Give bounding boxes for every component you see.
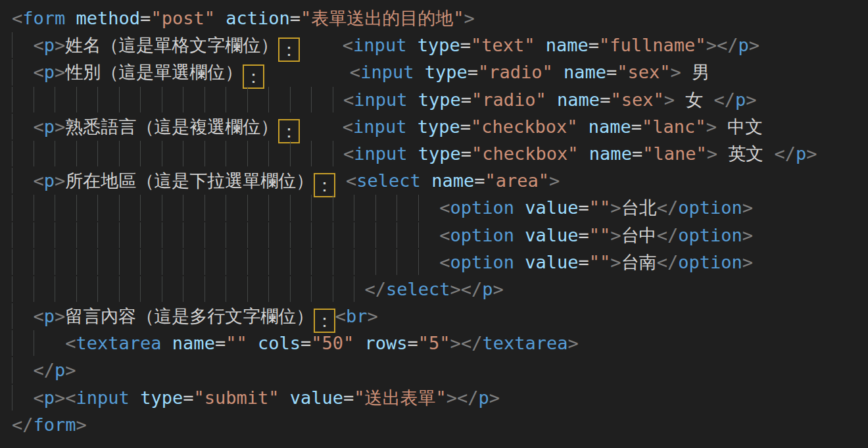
bracket-token: </ bbox=[657, 197, 679, 218]
code-line[interactable]: <option value="">台南</option> bbox=[12, 249, 868, 276]
indent-guide bbox=[119, 141, 120, 166]
code-line[interactable]: <input type="checkbox" name="lane"> 英文 <… bbox=[12, 140, 868, 167]
equals-token: = bbox=[600, 89, 610, 110]
text-token bbox=[514, 197, 525, 218]
code-line[interactable]: </select></p> bbox=[12, 276, 868, 303]
bracket-token: < bbox=[343, 116, 353, 137]
indent-guide bbox=[162, 141, 162, 166]
indent-guide bbox=[97, 195, 98, 220]
text-token bbox=[553, 62, 564, 82]
code-line[interactable]: </form> bbox=[12, 411, 868, 438]
bracket-token: > bbox=[446, 387, 457, 408]
bracket-token: > bbox=[749, 35, 760, 55]
tag-token: p bbox=[738, 35, 748, 55]
bracket-token: > bbox=[707, 143, 717, 164]
indent-guide bbox=[119, 195, 120, 220]
text-token bbox=[162, 333, 172, 353]
indent-guide bbox=[311, 141, 312, 166]
indent-guide bbox=[183, 249, 183, 275]
bracket-token: > bbox=[610, 197, 621, 218]
code-line[interactable]: <option value="">台中</option> bbox=[12, 222, 868, 249]
attribute-token: value bbox=[290, 387, 343, 408]
tag-token: option bbox=[678, 225, 742, 245]
code-line[interactable]: </p> bbox=[12, 357, 868, 384]
attribute-token: name bbox=[172, 333, 215, 353]
indent-guide bbox=[354, 222, 354, 248]
code-line[interactable]: <p>所在地區（這是下拉選單欄位）： <select name="area"> bbox=[12, 167, 868, 194]
indent-guide bbox=[140, 141, 141, 166]
indent-guide bbox=[76, 195, 77, 220]
indent-guide bbox=[247, 87, 248, 112]
indent-guide bbox=[140, 87, 141, 112]
leading-whitespace bbox=[12, 333, 65, 353]
text-token: 姓名（這是單格文字欄位） bbox=[65, 35, 278, 55]
text-token bbox=[514, 225, 525, 245]
indent-guide bbox=[97, 276, 98, 302]
code-line[interactable]: <p>性別（這是單選欄位）： <input type="radio" name=… bbox=[12, 59, 868, 86]
equals-token: = bbox=[579, 225, 589, 245]
code-line[interactable]: <form method="post" action="表單送出的目的地"> bbox=[12, 5, 868, 32]
equals-token: = bbox=[301, 333, 311, 353]
text-token: 留言內容（這是多行文字欄位） bbox=[65, 306, 314, 326]
indent-guide bbox=[119, 249, 120, 275]
bracket-token: > bbox=[450, 279, 461, 299]
indent-guide bbox=[205, 276, 205, 302]
equals-token: = bbox=[183, 387, 193, 408]
code-line[interactable]: <textarea name="" cols="50" rows="5"></t… bbox=[12, 330, 868, 357]
bracket-token: > bbox=[55, 170, 65, 191]
indent-guide bbox=[268, 87, 269, 112]
indent-guide bbox=[12, 276, 12, 302]
indent-guide bbox=[226, 249, 226, 275]
tag-token: p bbox=[735, 89, 746, 110]
bracket-token: > bbox=[55, 35, 65, 55]
indent-guide bbox=[162, 276, 162, 302]
bracket-token: < bbox=[343, 89, 354, 110]
code-line[interactable]: <option value="">台北</option> bbox=[12, 194, 868, 221]
code-line[interactable]: <p>姓名（這是單格文字欄位）： <input type="text" name… bbox=[12, 32, 868, 59]
indent-guide bbox=[183, 276, 183, 302]
text-token bbox=[215, 8, 226, 28]
indent-guide bbox=[34, 141, 34, 166]
indent-guide bbox=[76, 249, 77, 275]
text-token: 中文 bbox=[717, 116, 763, 137]
bracket-token: < bbox=[65, 387, 76, 408]
indent-guide bbox=[12, 59, 12, 85]
indent-guide bbox=[397, 195, 397, 220]
indent-guide bbox=[247, 276, 248, 302]
indent-guide bbox=[12, 330, 12, 356]
indent-guide bbox=[418, 249, 419, 275]
text-token: 性別（這是單選欄位） bbox=[65, 62, 243, 82]
bracket-token: > bbox=[55, 306, 65, 326]
text-token bbox=[546, 89, 557, 110]
indent-guide bbox=[140, 195, 141, 220]
tag-token: input bbox=[354, 89, 407, 110]
bracket-token: < bbox=[439, 225, 450, 245]
tag-token: textarea bbox=[76, 333, 162, 353]
indent-guide bbox=[76, 276, 77, 302]
indent-guide bbox=[311, 222, 312, 248]
text-token bbox=[130, 387, 140, 408]
equals-token: = bbox=[468, 62, 478, 82]
bracket-token: < bbox=[346, 170, 356, 191]
code-line[interactable]: <input type="radio" name="sex"> 女 </p> bbox=[12, 86, 868, 113]
bracket-token: > bbox=[742, 225, 753, 245]
bracket-token: > bbox=[567, 333, 578, 353]
string-token: "5" bbox=[418, 333, 450, 353]
tag-token: p bbox=[44, 116, 55, 137]
indent-guide bbox=[34, 330, 34, 356]
tag-token: input bbox=[353, 35, 406, 55]
tag-token: option bbox=[450, 197, 514, 218]
indent-guide bbox=[268, 195, 269, 220]
attribute-token: name bbox=[431, 170, 474, 191]
text-token bbox=[279, 387, 289, 408]
indent-guide bbox=[119, 87, 120, 112]
indent-guide bbox=[226, 87, 226, 112]
code-line[interactable]: <p><input type="submit" value="送出表單"></p… bbox=[12, 384, 868, 411]
indent-guide bbox=[354, 276, 354, 302]
indent-guide bbox=[247, 195, 248, 220]
bracket-token: > bbox=[489, 387, 500, 408]
code-line[interactable]: <p>熟悉語言（這是複選欄位）： <input type="checkbox" … bbox=[12, 113, 868, 140]
indent-guide bbox=[12, 357, 12, 383]
indent-guide bbox=[311, 87, 312, 112]
code-line[interactable]: <p>留言內容（這是多行文字欄位）：<br> bbox=[12, 303, 868, 330]
